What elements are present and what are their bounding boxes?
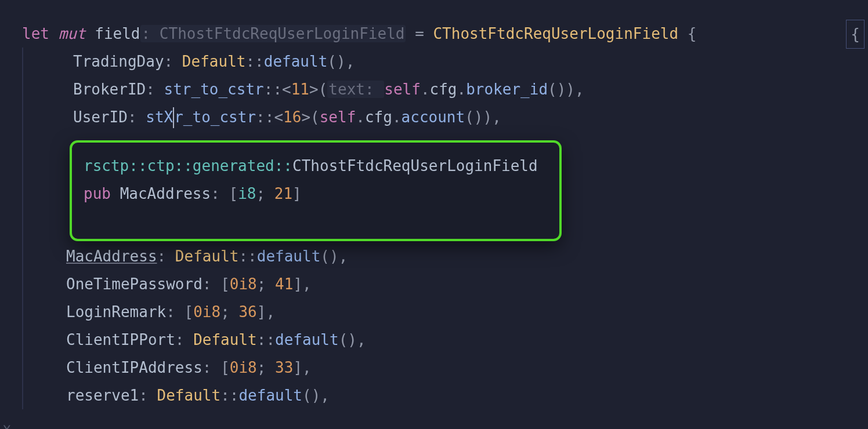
code-line[interactable]: ClientIPAddress: [0i8; 33], <box>0 354 868 381</box>
tail: (), <box>320 248 348 265</box>
code-line[interactable]: MacAddress: Default::default(), <box>0 242 868 270</box>
code-line-current[interactable]: UserID: stXr_to_cstr::<16>(self.cfg.acco… <box>0 103 868 131</box>
code-line[interactable]: TradingDay: Default::default(), <box>0 48 868 75</box>
indent-guide <box>22 381 23 409</box>
bracket: [ <box>229 185 238 202</box>
path-sep: :: <box>257 331 275 348</box>
method-broker-id: broker_id <box>466 81 548 98</box>
code-line[interactable]: ClientIPPort: Default::default(), <box>0 326 868 354</box>
field-macaddress: MacAddress <box>66 248 157 265</box>
field-name: ClientIPAddress <box>66 359 202 376</box>
array-len: 41 <box>275 275 293 293</box>
bracket-close: ] <box>292 185 302 202</box>
bracket: [ <box>220 275 230 293</box>
path-sep: :: <box>256 108 274 126</box>
dot: . <box>457 81 466 98</box>
bracket: [ <box>185 303 194 321</box>
indent-guide <box>22 48 23 75</box>
self-kw: self <box>384 81 421 98</box>
indent-guide <box>22 326 23 354</box>
tail: (), <box>339 331 366 348</box>
tooltip-path-line: rsctp::ctp::generated::CThostFtdcReqUser… <box>84 152 548 180</box>
array-len: 36 <box>238 303 256 321</box>
field-name: ClientIPPort <box>66 331 175 348</box>
field-name: reserve1 <box>66 387 139 404</box>
code-line[interactable]: LoginRemark: [0i8; 36], <box>0 298 868 326</box>
indent-guide <box>22 298 23 326</box>
colon: : <box>211 185 229 202</box>
keyword-let: let <box>22 25 49 42</box>
lparen: ( <box>319 81 328 98</box>
code-line[interactable]: OneTimePassword: [0i8; 41], <box>0 270 868 298</box>
hover-tooltip[interactable]: rsctp::ctp::generated::CThostFtdcReqUser… <box>70 140 562 241</box>
field-name: TradingDay <box>73 53 164 70</box>
semi: ; <box>220 303 238 321</box>
field-name: BrokerID <box>73 81 146 98</box>
indent-guide <box>22 242 23 270</box>
semi: ; <box>257 359 275 376</box>
fn-default: default <box>275 331 339 348</box>
dot: . <box>421 81 430 98</box>
path-sep: :: <box>238 248 256 265</box>
code-line[interactable]: let mut field: CThostFtdcReqUserLoginFie… <box>0 20 868 48</box>
type-default: Default <box>175 248 239 265</box>
fn-default: default <box>264 53 328 70</box>
fn-prefix: stX <box>146 108 173 126</box>
gt: > <box>309 81 319 98</box>
lt: < <box>282 81 291 98</box>
fn-default: default <box>257 248 321 265</box>
indent-guide <box>22 75 23 103</box>
fn-str-to-cstr: str_to_cstr <box>164 81 264 98</box>
tooltip-type: CThostFtdcReqUserLoginField <box>292 157 538 174</box>
self-kw: self <box>320 108 356 126</box>
tooltip-signature-line: pub MacAddress: [i8; 21] <box>84 180 548 208</box>
tooltip-path: rsctp::ctp::generated:: <box>84 157 292 174</box>
tail: ()), <box>465 108 501 126</box>
lparen: ( <box>310 108 320 126</box>
inlay-param-hint: text: <box>327 81 384 98</box>
code-line[interactable]: reserve1: Default::default(), <box>0 381 868 409</box>
prop-cfg: cfg <box>430 81 457 98</box>
tail: (), <box>327 53 355 70</box>
fold-gutter-icon[interactable]: ⌄ <box>2 415 12 429</box>
indent-guide <box>22 354 23 381</box>
type-default: Default <box>182 53 246 70</box>
dot: . <box>392 108 402 126</box>
field-name: LoginRemark <box>66 303 166 321</box>
literal: 0i8 <box>230 275 257 293</box>
open-brace: { <box>678 25 696 42</box>
indent-guide <box>22 103 23 131</box>
path-sep: :: <box>264 81 282 98</box>
keyword-mut: mut <box>59 25 86 42</box>
indent-guide <box>22 270 23 298</box>
const-generic: 16 <box>283 108 301 126</box>
tooltip-len: 21 <box>274 185 292 202</box>
fn-suffix: r_to_cstr <box>174 108 256 126</box>
bracket-close: ], <box>293 275 311 293</box>
matching-brace-marker: { <box>846 20 865 49</box>
lt: < <box>274 108 283 126</box>
field-name: UserID <box>73 108 128 126</box>
prop-cfg: cfg <box>365 108 392 126</box>
path-sep: :: <box>220 387 238 404</box>
tail: (), <box>302 387 330 404</box>
tooltip-i8: i8 <box>238 185 256 202</box>
path-sep: :: <box>245 53 263 70</box>
inlay-type-hint: : CThostFtdcReqUserLoginField <box>140 25 406 42</box>
dot: . <box>356 108 365 126</box>
eq: = <box>406 25 433 42</box>
field-name: OneTimePassword <box>66 275 202 293</box>
code-editor[interactable]: { let mut field: CThostFtdcReqUserLoginF… <box>0 0 868 409</box>
type-name: CThostFtdcReqUserLoginField <box>433 25 678 42</box>
bracket: [ <box>220 359 230 376</box>
type-default: Default <box>157 387 221 404</box>
semi: ; <box>257 275 275 293</box>
literal: 0i8 <box>230 359 257 376</box>
tooltip-field: MacAddress <box>120 185 211 202</box>
code-line[interactable]: BrokerID: str_to_cstr::<11>(text: self.c… <box>0 75 868 103</box>
method-account: account <box>402 108 465 126</box>
type-default: Default <box>193 331 257 348</box>
gt: > <box>301 108 310 126</box>
semi: ; <box>256 185 274 202</box>
tail: ()), <box>548 81 584 98</box>
